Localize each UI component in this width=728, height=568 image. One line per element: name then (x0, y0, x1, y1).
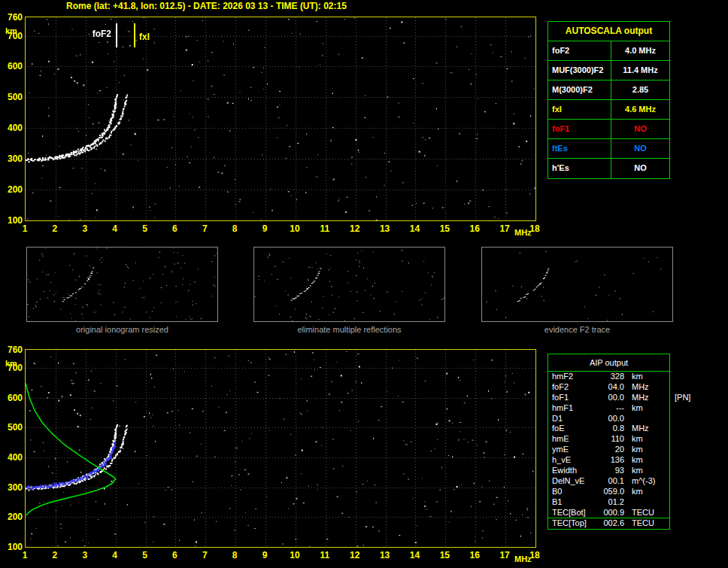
y-axis-unit-label: km (5, 26, 17, 35)
x-tick-label: 7 (197, 223, 212, 234)
y-tick-label: 600 (3, 393, 23, 403)
param-label: foF2 (552, 382, 599, 393)
thumbnail-caption: eliminate multiple reflections (253, 325, 445, 334)
x-tick-label: 6 (167, 223, 182, 234)
param-label: hmF2 (552, 372, 599, 382)
param-value: 4.6 MHz (611, 100, 669, 119)
table-row: foF1 00.0 MHz [PN] (548, 393, 669, 403)
table-row: hmF2 328 km (548, 372, 669, 382)
param-label: D1 (552, 414, 599, 424)
table-row: h_vE 136 km (548, 455, 669, 466)
x-tick-label: 14 (407, 550, 422, 560)
param-value: 11.4 MHz (611, 61, 669, 80)
table-row: foE 0.8 MHz (548, 424, 669, 434)
x-tick-label: 15 (437, 550, 452, 560)
table-row: TEC[Top] 002.6 TECU (548, 518, 669, 528)
x-tick-label: 8 (227, 550, 242, 560)
param-value: 20 (599, 445, 624, 455)
x-tick-label: 3 (77, 223, 93, 234)
param-unit: MHz (632, 393, 649, 403)
x-tick-label: 17 (497, 223, 512, 234)
param-label: DelN_vE (552, 476, 599, 487)
param-label: TEC[Top] (552, 518, 599, 528)
param-label: Ewidth (552, 466, 599, 476)
param-value: 000.9 (599, 508, 624, 518)
param-label: foF2 (548, 41, 611, 60)
param-unit: km (632, 445, 643, 455)
x-axis-unit-label: MHz (514, 554, 532, 563)
y-axis-unit-label: km (5, 359, 17, 368)
x-tick-label: 4 (108, 550, 123, 560)
table-row: h'Es NO (548, 159, 669, 178)
aip-output-panel: AIP output hmF2 328 km foF2 04.0 MHz foF… (548, 354, 670, 530)
x-tick-label: 10 (287, 223, 302, 234)
param-label: hmF1 (552, 403, 599, 414)
y-tick-label: 100 (3, 542, 23, 552)
y-tick-label: 300 (3, 153, 23, 164)
x-tick-label: 16 (467, 223, 482, 234)
param-unit: m^(-3) (632, 476, 655, 487)
main-ionogram-canvas (25, 17, 536, 221)
param-unit: MHz (632, 424, 649, 434)
param-value: --- (599, 403, 624, 414)
x-tick-label: 6 (167, 550, 182, 560)
param-value: 04.0 (599, 382, 624, 393)
param-value: 01.2 (599, 497, 624, 508)
aip-panel-title: AIP output (548, 354, 669, 372)
param-unit: TECU (632, 518, 654, 528)
param-label: ymE (552, 445, 599, 455)
x-tick-label: 8 (227, 223, 242, 234)
y-tick-label: 200 (3, 512, 23, 522)
profile-ionogram-canvas (25, 349, 536, 548)
param-label: foE (552, 424, 599, 434)
y-tick-label: 400 (3, 123, 23, 133)
param-label: ftEs (548, 139, 611, 158)
thumbnail-f2-trace-canvas (482, 248, 672, 321)
param-value: 0.8 (599, 424, 624, 434)
table-row: fxI 4.6 MHz (548, 100, 669, 120)
table-row: ymE 20 km (548, 445, 669, 455)
param-label: foF1 (552, 393, 599, 403)
x-tick-label: 17 (497, 550, 512, 560)
param-value: 00.0 (599, 393, 624, 403)
param-value: NO (611, 139, 669, 158)
table-row: ftEs NO (548, 139, 669, 159)
param-label: fxI (548, 100, 611, 119)
x-tick-label: 7 (197, 550, 212, 560)
table-row: D1 00.0 (548, 414, 669, 424)
param-value: 93 (599, 466, 624, 476)
x-tick-label: 14 (407, 223, 422, 234)
table-row: MUF(3000)F2 11.4 MHz (548, 61, 669, 80)
param-label: hmE (552, 434, 599, 445)
x-tick-label: 12 (347, 223, 362, 234)
param-label: B1 (552, 497, 599, 508)
x-tick-label: 2 (47, 550, 62, 560)
x-tick-label: 15 (437, 223, 452, 234)
x-tick-label: 2 (47, 223, 62, 234)
table-row: hmE 110 km (548, 434, 669, 445)
param-unit: km (632, 487, 643, 497)
x-tick-label: 9 (257, 223, 272, 234)
y-tick-label: 760 (3, 345, 23, 355)
x-tick-label: 11 (317, 550, 332, 560)
thumbnail-original-ionogram (26, 247, 218, 322)
x-tick-label: 9 (257, 550, 272, 560)
table-row: DelN_vE 00.1 m^(-3) (548, 476, 669, 487)
station-title: Rome (lat: +41.8, lon: 012.5) - DATE: 20… (66, 1, 347, 11)
x-tick-label: 5 (138, 223, 153, 234)
param-label: MUF(3000)F2 (548, 61, 611, 80)
param-value: 00.0 (599, 414, 624, 424)
y-tick-label: 400 (3, 452, 23, 463)
param-unit: TECU (632, 508, 654, 518)
param-value: 110 (599, 434, 624, 445)
param-value: 328 (599, 372, 624, 382)
param-label: TEC[Bot] (552, 508, 599, 518)
x-tick-label: 13 (378, 550, 393, 560)
param-unit: MHz (632, 382, 649, 393)
param-unit: km (632, 466, 643, 476)
thumbnail-original-canvas (27, 248, 217, 321)
param-label: foF1 (548, 120, 611, 138)
param-value: NO (611, 120, 669, 138)
x-tick-label: 11 (317, 223, 332, 234)
x-tick-label: 16 (467, 550, 482, 560)
